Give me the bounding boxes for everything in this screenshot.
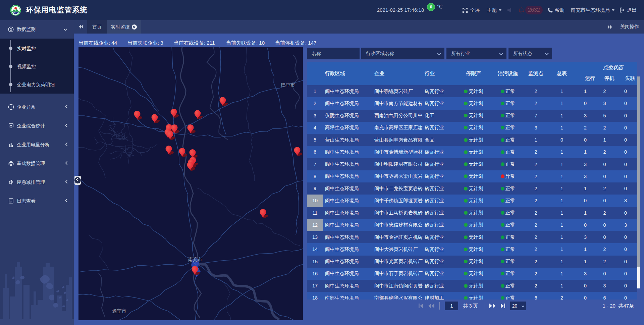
map-pin[interactable] [166,146,174,155]
row-index[interactable]: 3 [307,110,323,122]
table-row[interactable]: 12阆中生态环境局阆中市忠信建材有限公砖瓦行业无计划正常21003 [307,219,637,231]
table-row[interactable]: 8阆中生态环境局阆中市枣碧大梁山页岩砖瓦行业无计划异常21300 [307,170,637,182]
scrollbar-thumb[interactable] [637,76,640,267]
map-pin[interactable] [187,124,196,134]
cell-limit-status: 无计划 [455,222,492,228]
table-row[interactable]: 10阆中生态环境局阆中千佛镇五郎垭页岩砖瓦行业无计划正常21003 [307,195,637,207]
last-page-icon[interactable] [500,303,505,309]
name-filter-input[interactable]: 名称 [307,48,360,59]
log-icon [8,198,14,204]
prev-page-icon[interactable] [428,303,435,309]
table-row[interactable]: 4高坪生态环境局南充市高坪区王家店建砖瓦行业无计划正常31220 [307,122,637,134]
sidebar-item-power-load-detail[interactable]: 企业电力负荷明细 [0,75,74,94]
table-row[interactable]: 16阆中生态环境局阆中市石子页岩机砖厂砖瓦行业无计划正常21300 [307,268,637,280]
sidebar-group-data-monitoring[interactable]: 数据监测 [0,20,74,39]
cell-facility-status: 正常 [492,185,523,192]
mute-speaker-button[interactable] [506,0,513,20]
map-collapse-handle[interactable] [74,176,81,185]
table-row[interactable]: 11阆中生态环境局阆中市五马桥页岩机砖砖瓦行业无计划正常21120 [307,207,637,219]
first-page-icon[interactable] [418,303,423,309]
cell-company: 阆中明阳建材有限公司 [372,161,423,167]
table-row[interactable]: 15阆中生态环境局阆中市光富页岩机砖厂砖瓦行业无计划正常21120 [307,256,637,268]
table-row[interactable]: 3仪陇生态环境局西南油气田分公司川中化工无计划正常71350 [307,110,637,122]
row-index[interactable]: 18 [307,292,323,300]
table-row[interactable]: 5营山生态环境局营山县润丰肉食品有限食品无计划正常10010 [307,134,637,146]
table-row[interactable]: 9阆中生态环境局阆中市二龙长宝页岩砖砖瓦行业无计划正常21120 [307,182,637,195]
row-index[interactable]: 11 [307,207,323,219]
sidebar-group-base-data-management[interactable]: 基础数据管理 [0,154,74,173]
help-button[interactable]: 帮助 [547,0,565,20]
row-index[interactable]: 14 [307,243,323,255]
cell-meters: 1 [548,283,575,288]
cell-stop: 2 [595,186,614,191]
notification-count-badge[interactable]: 2632 [525,6,543,14]
row-index[interactable]: 13 [307,231,323,243]
next-page-icon[interactable] [489,303,496,309]
city-skyline-decoration [0,234,74,325]
row-index[interactable]: 5 [307,134,323,146]
sidebar-item-realtime-monitoring[interactable]: 实时监控 [0,39,74,57]
table-row[interactable]: 13阆中生态环境局阆中市金福旺页岩机砖砖瓦行业无计划正常21300 [307,231,637,243]
stat-4: 当前停机设备: 147 [275,39,316,47]
page-number-input[interactable] [445,302,458,310]
cell-run: 0 [575,137,595,143]
sidebar-group-power-usage-analysis[interactable]: 企业用电量分析 [0,135,74,154]
tabs-scroll-left-icon[interactable] [78,24,84,30]
sidebar-group-enterprise-anomaly[interactable]: 企业异常 [0,98,74,116]
cell-points: 7 [523,113,548,118]
sidebar-group-emergency-reduction[interactable]: 应急减排管理 [0,173,74,192]
fullscreen-button[interactable]: 全屏 [462,0,480,20]
sidebar-group-log-view[interactable]: 日志查看 [0,192,74,210]
map-pin[interactable] [171,109,179,118]
map-container[interactable]: 巴中市南充市遂宁市 [78,47,303,320]
table-row[interactable]: 18南部生态环境局南部县砌华水泥有限公建材加工无计划正常62060 [307,292,637,300]
tab-close-icon[interactable] [132,24,137,30]
table-scrollbar[interactable] [637,76,640,288]
map-roads-layer [78,47,303,320]
close-operations-button[interactable]: 关闭操作 [620,24,639,30]
row-index[interactable]: 10 [307,195,323,207]
map-pin[interactable] [220,97,228,107]
row-index[interactable]: 9 [307,182,323,195]
row-index[interactable]: 16 [307,268,323,280]
sidebar-item-video-monitoring[interactable]: 视频监控 [0,57,74,75]
status-filter-select[interactable]: 所有状态 [508,48,552,59]
row-index[interactable]: 15 [307,256,323,268]
row-index[interactable]: 17 [307,280,323,292]
table-row[interactable]: 7阆中生态环境局阆中明阳建材有限公司砖瓦行业无计划正常21300 [307,158,637,170]
row-index[interactable]: 12 [307,219,323,231]
table-row[interactable]: 6阆中生态环境局阆中市金博瑞新型墙材砖瓦行业无计划正常21120 [307,146,637,158]
logout-icon [619,7,625,13]
logout-button[interactable]: 退出 [619,0,637,20]
row-index[interactable]: 4 [307,122,323,134]
tab-realtime-monitoring[interactable]: 实时监控 [107,20,141,34]
region-filter-select[interactable]: 行政区域名称 [361,48,444,59]
table-row[interactable]: 17阆中生态环境局阆中市江南镇阆南页岩砖瓦行业无计划正常21030 [307,280,637,292]
theme-dropdown[interactable]: 主题 [487,0,501,20]
map-pin[interactable] [152,114,160,124]
table-row[interactable]: 14阆中生态环境局阆中大兴页岩机砖厂砖瓦行业无计划正常21120 [307,243,637,255]
sidebar-group-enterprise-statistics[interactable]: 企业综合统计 [0,116,74,135]
map-pin[interactable] [260,209,269,219]
notification-bell[interactable] [519,0,524,20]
tab-home[interactable]: 首页 [87,20,107,34]
tabs-scroll-right-icon[interactable] [607,24,613,30]
row-index[interactable]: 6 [307,146,323,158]
industry-filter-select[interactable]: 所有行业 [446,48,506,59]
row-index[interactable]: 8 [307,170,323,182]
cell-lost: 0 [614,125,637,130]
cell-lost: 3 [614,198,637,203]
org-dropdown[interactable]: 南充市生态环境局 [571,0,614,20]
row-index[interactable]: 2 [307,97,323,109]
page-size-select[interactable]: 20 [510,302,526,310]
map-pin[interactable] [294,147,303,157]
cell-meters: 1 [548,186,575,191]
cell-limit-status: 无计划 [455,258,492,265]
pager-separator [439,302,440,310]
stat-2: 当前在线设备: 211 [174,39,215,47]
table-row[interactable]: 2阆中生态环境局阆中市南方节能建材有砖瓦行业无计划正常21030 [307,97,637,109]
row-index[interactable]: 7 [307,158,323,170]
table-row[interactable]: 1阆中生态环境局阆中强锐页岩砖厂砖瓦行业无计划正常21120 [307,85,637,97]
row-index[interactable]: 1 [307,85,323,97]
map-pin[interactable] [134,111,143,120]
